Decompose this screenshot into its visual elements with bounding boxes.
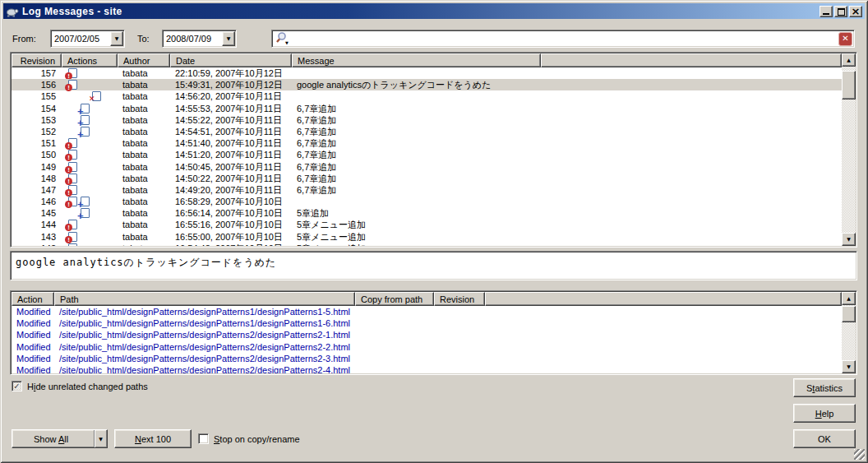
log-table-row[interactable]: 143tabata16:55:00, 2007年10月10日5章メニュー追加 [12, 231, 842, 243]
path-table-row[interactable]: Modified/site/public_html/designPatterns… [12, 353, 842, 364]
date-cell: 16:55:00, 2007年10月10日 [170, 231, 292, 243]
close-button[interactable]: × [849, 6, 862, 17]
stop-on-copy-checkbox[interactable]: ✓ [198, 433, 209, 444]
column-header-author[interactable]: Author [118, 53, 170, 67]
log-table-row[interactable]: 142tabata16:54:43, 2007年10月10日5章メニュー追加 [12, 243, 842, 246]
added-action-icon [81, 104, 90, 113]
column-header-copy-from-path[interactable]: Copy from path [355, 292, 434, 306]
close-icon: × [852, 6, 861, 16]
show-all-dropdown-arrow-icon[interactable]: ▼ [94, 430, 107, 447]
revision-cell: 148 [12, 173, 62, 184]
column-header-message[interactable]: Message [292, 53, 541, 67]
author-cell: tabata [118, 137, 170, 149]
column-header-revision[interactable]: Revision [12, 53, 62, 67]
window-title: Log Messages - site [22, 6, 818, 17]
actions-cell [62, 79, 118, 90]
from-label: From: [12, 34, 36, 44]
date-cell: 14:51:40, 2007年10月11日 [170, 137, 292, 149]
revision-cell: 149 [12, 161, 62, 173]
revision-cell: 154 [12, 103, 62, 114]
author-cell: tabata [118, 126, 170, 137]
column-header-date[interactable]: Date [170, 53, 292, 67]
search-filter-box[interactable]: ▼ ✕ [271, 30, 855, 48]
commit-message-preview[interactable]: google analyticsのトラッキングコードをうめた [10, 251, 857, 280]
minimize-button[interactable] [820, 6, 833, 17]
revision-list[interactable]: Revision Actions Author Date Message 157… [10, 52, 857, 248]
log-table-row[interactable]: 154tabata14:55:53, 2007年10月11日6,7章追加 [12, 103, 842, 114]
show-all-button[interactable]: Show All ▼ [12, 429, 108, 448]
ok-button[interactable]: OK [793, 429, 856, 448]
column-header-action[interactable]: Action [12, 292, 54, 306]
revision-list-scrollbar[interactable]: ▲ ▼ [842, 53, 856, 246]
next-100-button[interactable]: Next 100 [114, 429, 192, 448]
actions-cell [62, 90, 118, 102]
revision-cell: 142 [12, 243, 62, 246]
path-table-row[interactable]: Modified/site/public_html/designPatterns… [12, 364, 842, 373]
path-table-row[interactable]: Modified/site/public_html/designPatterns… [12, 317, 842, 329]
paths-list-scrollbar[interactable]: ▲ ▼ [842, 292, 856, 373]
revision-cell: 155 [12, 90, 62, 102]
scroll-down-icon[interactable]: ▼ [842, 360, 856, 373]
log-table-row[interactable]: 146tabata16:58:29, 2007年10月10日 [12, 196, 842, 207]
path-cell: /site/public_html/designPatterns/designP… [54, 317, 842, 329]
scroll-up-icon[interactable]: ▲ [842, 53, 856, 67]
search-options-arrow-icon[interactable]: ▼ [285, 41, 289, 45]
path-table-row[interactable]: Modified/site/public_html/designPatterns… [12, 341, 842, 353]
log-table-row[interactable]: 145tabata16:56:14, 2007年10月10日5章追加 [12, 207, 842, 219]
path-table-row[interactable]: Modified/site/public_html/designPatterns… [12, 329, 842, 340]
log-table-row[interactable]: 153tabata14:55:22, 2007年10月11日6,7章追加 [12, 114, 842, 126]
scroll-up-icon[interactable]: ▲ [842, 292, 856, 305]
to-date-combobox[interactable]: 2008/07/09 ▼ [162, 30, 237, 48]
clear-search-icon[interactable]: ✕ [838, 32, 852, 46]
actions-cell [62, 243, 118, 246]
revision-cell: 153 [12, 114, 62, 126]
hide-unrelated-checkbox[interactable]: ✓ [12, 381, 22, 391]
maximize-button[interactable] [834, 6, 847, 17]
log-table-row[interactable]: 144tabata16:55:16, 2007年10月10日5章メニュー追加 [12, 219, 842, 230]
log-table-row[interactable]: 151tabata14:51:40, 2007年10月11日6,7章追加 [12, 137, 842, 149]
changed-paths-list[interactable]: Action Path Copy from path Revision Modi… [10, 290, 857, 375]
message-cell: 6,7章追加 [292, 173, 842, 184]
message-cell: 5章メニュー追加 [292, 243, 842, 246]
date-cell: 16:58:29, 2007年10月10日 [170, 196, 292, 207]
scrollbar-thumb[interactable] [842, 306, 856, 322]
column-header-path[interactable]: Path [54, 292, 355, 306]
actions-cell [62, 161, 118, 173]
log-table-row[interactable]: 155tabata14:56:20, 2007年10月11日 [12, 90, 842, 102]
column-header-actions[interactable]: Actions [62, 53, 118, 67]
message-cell: 6,7章追加 [292, 184, 842, 196]
modified-action-icon [68, 80, 77, 90]
scroll-down-icon[interactable]: ▼ [842, 233, 856, 246]
modified-action-icon [68, 68, 77, 78]
log-table-row[interactable]: 148tabata14:50:22, 2007年10月11日6,7章追加 [12, 173, 842, 184]
log-table-row[interactable]: 150tabata14:51:20, 2007年10月11日6,7章追加 [12, 149, 842, 160]
from-date-combobox[interactable]: 2007/02/05 ▼ [50, 30, 125, 48]
author-cell: tabata [118, 149, 170, 160]
path-table-row[interactable]: Modified/site/public_html/designPatterns… [12, 306, 842, 317]
column-header-path-revision[interactable]: Revision [434, 292, 485, 306]
path-cell: /site/public_html/designPatterns/designP… [54, 329, 842, 340]
from-date-dropdown-arrow-icon[interactable]: ▼ [110, 31, 123, 46]
log-table-row[interactable]: 149tabata14:50:45, 2007年10月11日6,7章追加 [12, 161, 842, 173]
search-input[interactable] [292, 32, 838, 45]
resize-grip[interactable] [854, 449, 865, 460]
modified-action-icon [68, 220, 77, 229]
added-action-icon [81, 197, 90, 206]
date-cell: 14:50:22, 2007年10月11日 [170, 173, 292, 184]
title-bar[interactable]: Log Messages - site × [3, 3, 865, 19]
actions-cell [62, 67, 118, 79]
log-table-row[interactable]: 152tabata14:54:51, 2007年10月11日6,7章追加 [12, 126, 842, 137]
log-table-row[interactable]: 147tabata14:49:20, 2007年10月11日6,7章追加 [12, 184, 842, 196]
to-date-dropdown-arrow-icon[interactable]: ▼ [222, 31, 235, 46]
scrollbar-thumb[interactable] [842, 71, 856, 100]
added-action-icon [81, 208, 90, 218]
statistics-button[interactable]: Statistics [793, 378, 856, 397]
actions-cell [62, 219, 118, 230]
log-table-row[interactable]: 157tabata22:10:59, 2007年10月12日 [12, 67, 842, 79]
search-icon[interactable]: ▼ [272, 31, 292, 46]
help-button[interactable]: Help [793, 404, 856, 423]
log-table-row[interactable]: 156tabata15:49:31, 2007年10月12日google ana… [12, 79, 842, 90]
date-cell: 14:51:20, 2007年10月11日 [170, 149, 292, 160]
message-cell [292, 196, 842, 207]
modified-action-icon [68, 185, 77, 195]
